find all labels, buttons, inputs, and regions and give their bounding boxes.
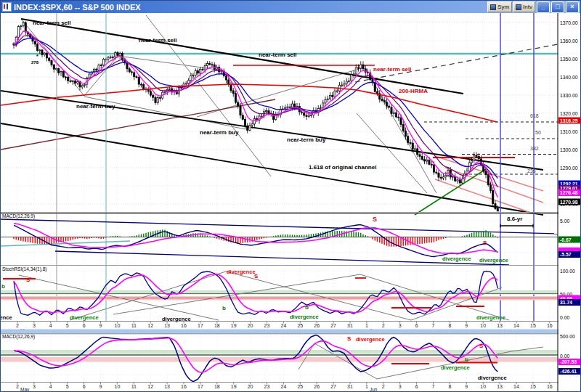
interval-icon [516, 4, 521, 10]
label: -207.53 [560, 359, 577, 364]
label: 14 [513, 384, 519, 389]
label: 100.00 [560, 269, 575, 274]
label: S [347, 335, 352, 342]
label: near-term sell [33, 20, 70, 26]
label: 7 [432, 323, 435, 328]
window-title: INDEX:$SPX,60 -- S&P 500 INDEX [14, 3, 487, 12]
symbol-button-label: Sym [497, 4, 509, 10]
symbol-button[interactable]: Sym [487, 1, 512, 12]
label: near-term sell [139, 37, 176, 44]
label: 14 [513, 323, 519, 328]
label: 10 [480, 384, 486, 389]
label: 6 [83, 323, 86, 328]
label: 1300.00 [560, 147, 578, 152]
label: 17 [198, 384, 203, 389]
label: 1340.00 [560, 75, 578, 80]
label: 24 [281, 384, 287, 389]
label: 4 [49, 323, 52, 328]
label: 31.74 [560, 300, 572, 305]
label: 13 [497, 384, 503, 389]
label: near-term buy [200, 129, 239, 136]
label: b [305, 304, 309, 311]
label: 3 [399, 384, 402, 389]
label: 16 [547, 323, 553, 328]
label: 0.00 [560, 354, 569, 359]
label: S [254, 273, 259, 279]
label: divergence [441, 364, 470, 371]
label: divergence [442, 256, 471, 262]
label: * [36, 54, 38, 59]
label: divergence [290, 314, 319, 320]
label: 31 [347, 323, 353, 328]
label: 10 [115, 384, 121, 389]
label: 25 [297, 384, 303, 389]
label: 7 [432, 384, 435, 389]
panel-separator [1, 330, 580, 334]
minimize-button[interactable]: _ [537, 1, 550, 13]
label: near-term sell [259, 52, 296, 58]
label: 13 [497, 323, 503, 328]
symbol-icon [490, 4, 496, 10]
label: 20 [248, 323, 253, 328]
label: 5 [66, 323, 69, 328]
label: 5.00 [560, 219, 569, 224]
window-titlebar[interactable]: INDEX:$SPX,60 -- S&P 500 INDEX Sym Intv … [1, 1, 580, 13]
label: 1316.25 [560, 118, 578, 123]
label: 8.6-yr [507, 216, 522, 222]
label: 12 [147, 323, 153, 328]
label: b [222, 305, 226, 311]
label: 8 [448, 384, 451, 389]
label: S [373, 216, 377, 223]
label: 9 [465, 323, 468, 328]
label: 15 [530, 323, 536, 328]
label: 13 [164, 323, 170, 328]
interval-button-label: Intv [523, 4, 532, 10]
label: 23 [264, 384, 270, 389]
label: 1350.00 [560, 57, 578, 62]
label: 618 [530, 113, 539, 118]
label: 3 [33, 323, 36, 328]
label: 1270.98 [560, 200, 578, 205]
label: S [479, 343, 484, 349]
label: b [465, 356, 468, 363]
label: 20 [248, 384, 253, 389]
label: 16 [181, 384, 187, 389]
label: 26 [314, 323, 320, 328]
maximize-button[interactable]: □ [551, 1, 564, 13]
label: 25 [297, 323, 303, 328]
label: 2 [382, 323, 385, 328]
label: divergence [479, 257, 508, 264]
label: 3 [33, 384, 36, 389]
label: 1276.48 [560, 190, 578, 195]
label: divergence [356, 336, 385, 343]
label: 6 [83, 384, 86, 389]
interval-button[interactable]: Intv [513, 1, 535, 12]
label: 6 [415, 323, 418, 328]
label: 2 [16, 323, 19, 328]
label: 15 [530, 384, 536, 389]
label: 1360.00 [560, 38, 578, 44]
label: -5.57 [560, 252, 572, 257]
label: May [20, 387, 30, 391]
label: 5 [66, 384, 69, 389]
label: 17 [198, 323, 203, 328]
price-axis: 1370.001360.001350.001340.001330.001320.… [558, 13, 580, 391]
label: 1320.00 [560, 111, 578, 116]
close-button[interactable]: × [566, 1, 579, 13]
label: S [26, 277, 31, 283]
label: StochRSI(14,34(1),8) [2, 266, 46, 272]
label: 31 [347, 384, 353, 389]
chart-canvas[interactable]: 61850382236near-term sellnear-term selln… [1, 13, 580, 391]
label: divergence [70, 314, 99, 321]
label: 3 [399, 323, 402, 328]
label: 1 [365, 323, 368, 328]
label: 19 [231, 384, 237, 389]
label: -0.67 [560, 237, 572, 242]
label: MACD(12,26,9) [2, 213, 35, 219]
label: 0.00 [560, 315, 569, 320]
label: 13 [164, 384, 170, 389]
label: 50 [535, 130, 541, 135]
label: 26 [314, 384, 320, 389]
label: 16 [181, 323, 187, 328]
label: 23 [264, 323, 270, 328]
